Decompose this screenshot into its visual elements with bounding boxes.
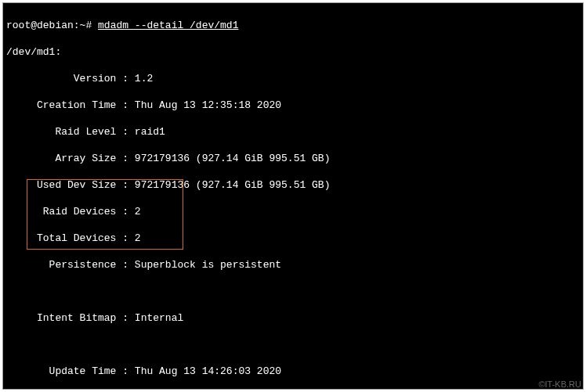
value-version: 1.2 (135, 73, 153, 85)
row-creation-time: Creation Time : Thu Aug 13 12:35:18 2020 (6, 99, 580, 112)
watermark: ©IT-KB.RU (538, 379, 581, 389)
row-total-devices: Total Devices : 2 (6, 232, 580, 245)
row-update-time: Update Time : Thu Aug 13 14:26:03 2020 (6, 365, 580, 378)
value-raid-devices: 2 (135, 206, 141, 218)
value-persistence: Superblock is persistent (135, 259, 281, 271)
row-array-size: Array Size : 972179136 (927.14 GiB 995.5… (6, 152, 580, 165)
label-used-dev-size: Used Dev Size : (6, 179, 135, 191)
label-intent-bitmap: Intent Bitmap : (6, 312, 135, 324)
blank-line-1 (6, 285, 580, 298)
label-persistence: Persistence : (6, 259, 135, 271)
value-raid-level: raid1 (135, 126, 165, 138)
label-raid-level: Raid Level : (6, 126, 135, 138)
row-persistence: Persistence : Superblock is persistent (6, 258, 580, 272)
value-intent-bitmap: Internal (135, 312, 183, 324)
label-version: Version : (6, 73, 135, 85)
label-update-time: Update Time : (6, 365, 135, 377)
value-creation-time: Thu Aug 13 12:35:18 2020 (135, 99, 281, 111)
row-raid-devices: Raid Devices : 2 (6, 205, 580, 218)
label-total-devices: Total Devices : (6, 232, 135, 244)
value-array-size: 972179136 (927.14 GiB 995.51 GB) (135, 153, 331, 164)
value-update-time: Thu Aug 13 14:26:03 2020 (135, 365, 281, 377)
label-raid-devices: Raid Devices : (6, 206, 135, 218)
row-version: Version : 1.2 (6, 72, 580, 85)
command-text: mdadm --detail /dev/md1 (98, 20, 238, 31)
terminal-window[interactable]: root@debian:~# mdadm --detail /dev/md1 /… (2, 2, 584, 390)
row-raid-level: Raid Level : raid1 (6, 125, 580, 138)
output-device-line: /dev/md1: (6, 45, 580, 59)
row-used-dev-size: Used Dev Size : 972179136 (927.14 GiB 99… (6, 178, 580, 192)
value-total-devices: 2 (135, 232, 141, 244)
blank-line-2 (6, 338, 580, 351)
row-intent-bitmap: Intent Bitmap : Internal (6, 311, 580, 325)
prompt-line-1: root@debian:~# mdadm --detail /dev/md1 (6, 19, 580, 32)
label-creation-time: Creation Time : (6, 99, 135, 111)
value-used-dev-size: 972179136 (927.14 GiB 995.51 GB) (135, 179, 331, 191)
shell-prompt: root@debian:~# (6, 20, 98, 31)
label-array-size: Array Size : (6, 153, 135, 164)
